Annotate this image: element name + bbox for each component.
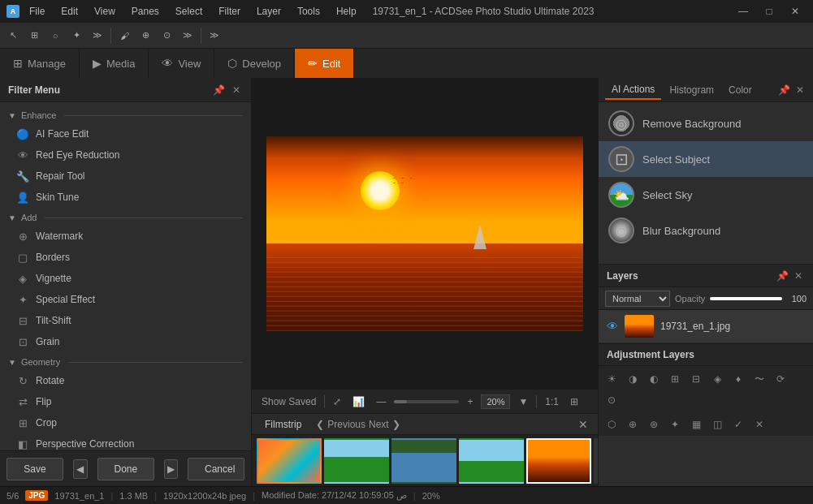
next-button[interactable]: ▶ bbox=[164, 459, 179, 479]
toolbar-clone[interactable]: ⊙ bbox=[157, 26, 176, 45]
section-enhance-header[interactable]: ▼ Enhance bbox=[0, 106, 251, 123]
filter-item-crop[interactable]: ⊞ Crop bbox=[0, 412, 251, 433]
adj-tool-rotate[interactable]: ⟳ bbox=[771, 369, 790, 389]
layer-item-1[interactable]: 👁 19731_en_1.jpg bbox=[599, 310, 813, 343]
filter-item-watermark[interactable]: ⊕ Watermark bbox=[0, 226, 251, 247]
tab-develop[interactable]: ⬡ Develop bbox=[214, 49, 295, 78]
toolbar-magic[interactable]: ✦ bbox=[67, 26, 86, 45]
toolbar-brush[interactable]: 🖌 bbox=[115, 26, 134, 45]
filter-item-vignette[interactable]: ◈ Vignette bbox=[0, 268, 251, 289]
adj-tool-gradient[interactable]: 〜 bbox=[750, 369, 769, 389]
blend-mode-select[interactable]: Normal Multiply Screen bbox=[605, 291, 670, 307]
done-button[interactable]: Done bbox=[97, 458, 154, 480]
filmstrip-thumb-5[interactable] bbox=[526, 438, 591, 484]
toolbar-more2[interactable]: ≫ bbox=[178, 26, 197, 45]
adj-tool-filter[interactable]: ⊛ bbox=[644, 415, 664, 434]
action-blur-background[interactable]: ◉ Blur Background bbox=[599, 213, 813, 248]
filter-item-flip[interactable]: ⇄ Flip bbox=[0, 391, 251, 412]
zoom-dropdown-button[interactable]: ▼ bbox=[515, 394, 531, 409]
menu-panes[interactable]: Panes bbox=[128, 4, 162, 19]
zoom-slider[interactable] bbox=[394, 400, 459, 403]
section-geometry-header[interactable]: ▼ Geometry bbox=[0, 352, 251, 370]
menu-layer[interactable]: Layer bbox=[253, 4, 284, 19]
adj-tool-distort[interactable]: ◫ bbox=[707, 415, 727, 434]
action-select-subject[interactable]: ⊡ Select Subject bbox=[599, 141, 813, 177]
zoom-out-button[interactable]: — bbox=[373, 394, 389, 409]
fit-button[interactable]: ⊞ bbox=[567, 394, 582, 409]
menu-filter[interactable]: Filter bbox=[215, 4, 244, 19]
layers-pin-button[interactable]: 📌 bbox=[776, 270, 789, 282]
adj-tool-effect[interactable]: ✦ bbox=[665, 415, 685, 434]
filter-item-repair-tool[interactable]: 🔧 Repair Tool bbox=[0, 166, 251, 187]
filter-item-borders[interactable]: ▢ Borders bbox=[0, 247, 251, 268]
adj-tool-cancel[interactable]: ✕ bbox=[750, 415, 769, 434]
menu-view[interactable]: View bbox=[91, 4, 119, 19]
action-remove-background[interactable]: ◎ Remove Background bbox=[599, 106, 813, 141]
filter-item-ai-face-edit[interactable]: 🔵 AI Face Edit bbox=[0, 123, 251, 144]
filter-item-special-effect[interactable]: ✦ Special Effect bbox=[0, 289, 251, 310]
tab-color[interactable]: Color bbox=[722, 81, 759, 99]
adj-tool-exposure[interactable]: ⊟ bbox=[686, 369, 706, 389]
filter-item-grain[interactable]: ⊡ Grain bbox=[0, 331, 251, 352]
tab-ai-actions[interactable]: AI Actions bbox=[605, 80, 661, 100]
layer-visibility-icon[interactable]: 👁 bbox=[607, 320, 618, 333]
panel-close-button[interactable]: ✕ bbox=[230, 84, 243, 96]
toolbar-marquee[interactable]: ⊞ bbox=[24, 26, 44, 45]
menu-select[interactable]: Select bbox=[172, 4, 205, 19]
close-button[interactable]: ✕ bbox=[784, 3, 807, 19]
adj-tool-levels[interactable]: ◐ bbox=[644, 369, 664, 389]
image-canvas[interactable]: ~ ~ ~~ ~ bbox=[252, 78, 598, 389]
toolbar-lasso[interactable]: ○ bbox=[45, 26, 65, 45]
filmstrip-tab[interactable]: Filmstrip bbox=[258, 417, 308, 432]
filmstrip-thumb-2[interactable] bbox=[324, 438, 389, 484]
adj-tool-ok[interactable]: ✓ bbox=[729, 415, 748, 434]
adj-tool-contrast[interactable]: ◑ bbox=[623, 369, 642, 389]
menu-help[interactable]: Help bbox=[333, 4, 360, 19]
right-panel-close-button[interactable]: ✕ bbox=[794, 84, 807, 96]
cancel-button[interactable]: Cancel bbox=[188, 458, 244, 480]
toolbar-select[interactable]: ↖ bbox=[3, 26, 23, 45]
tab-edit[interactable]: ✏ Edit bbox=[295, 49, 354, 78]
panel-pin-button[interactable]: 📌 bbox=[212, 84, 225, 96]
prev-button[interactable]: ◀ bbox=[73, 459, 88, 479]
adj-tool-stamp[interactable]: ⬡ bbox=[602, 415, 621, 434]
next-filmstrip-button[interactable]: Next bbox=[369, 419, 389, 430]
toolbar-more1[interactable]: ≫ bbox=[88, 26, 107, 45]
adj-tool-color-balance[interactable]: ♦ bbox=[729, 369, 748, 389]
section-add-header[interactable]: ▼ Add bbox=[0, 208, 251, 226]
toolbar-heal[interactable]: ⊕ bbox=[136, 26, 155, 45]
tab-histogram[interactable]: Histogram bbox=[663, 81, 720, 99]
show-saved-button[interactable]: Show Saved bbox=[258, 394, 319, 409]
opacity-slider[interactable] bbox=[710, 297, 782, 300]
toolbar-more3[interactable]: ≫ bbox=[205, 26, 224, 45]
fit-label-button[interactable]: 1:1 bbox=[542, 394, 562, 409]
filmstrip-thumb-1[interactable] bbox=[257, 438, 322, 484]
filter-item-tilt-shift[interactable]: ⊟ Tilt-Shift bbox=[0, 310, 251, 331]
minimize-button[interactable]: — bbox=[732, 3, 755, 19]
filter-item-rotate[interactable]: ↻ Rotate bbox=[0, 370, 251, 391]
tab-media[interactable]: ▶ Media bbox=[80, 49, 149, 78]
zoom-in-button[interactable]: + bbox=[464, 394, 476, 409]
save-button[interactable]: Save bbox=[6, 458, 63, 480]
layers-close-button[interactable]: ✕ bbox=[792, 270, 805, 282]
right-panel-pin-button[interactable]: 📌 bbox=[777, 84, 790, 96]
tab-view[interactable]: 👁 View bbox=[149, 49, 214, 78]
menu-file[interactable]: File bbox=[26, 4, 48, 19]
adj-tool-pattern[interactable]: ▦ bbox=[686, 415, 706, 434]
filter-item-perspective-correction[interactable]: ◧ Perspective Correction bbox=[0, 433, 251, 450]
menu-edit[interactable]: Edit bbox=[58, 4, 81, 19]
adj-tool-curves[interactable]: ⊞ bbox=[665, 369, 685, 389]
filter-item-skin-tune[interactable]: 👤 Skin Tune bbox=[0, 187, 251, 208]
fit-window-button[interactable]: ⤢ bbox=[330, 394, 344, 409]
action-select-sky[interactable]: ⛅ Select Sky bbox=[599, 177, 813, 213]
maximize-button[interactable]: □ bbox=[758, 3, 781, 19]
histogram-button[interactable]: 📊 bbox=[349, 394, 368, 409]
tab-manage[interactable]: ⊞ Manage bbox=[0, 49, 80, 78]
filmstrip-thumb-3[interactable] bbox=[391, 438, 456, 484]
adj-tool-add[interactable]: ⊕ bbox=[623, 415, 642, 434]
adj-tool-hsl[interactable]: ◈ bbox=[707, 369, 727, 389]
adj-tool-brightness[interactable]: ☀ bbox=[602, 369, 621, 389]
filmstrip-close-button[interactable]: ✕ bbox=[575, 418, 591, 431]
filmstrip-thumb-4[interactable] bbox=[459, 438, 524, 484]
menu-tools[interactable]: Tools bbox=[294, 4, 323, 19]
